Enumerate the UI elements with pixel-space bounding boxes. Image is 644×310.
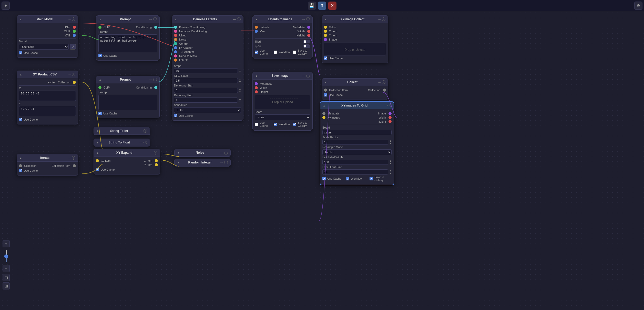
fp32-toggle[interactable] xyxy=(303,44,310,48)
dots-menu[interactable]: ··· xyxy=(233,17,236,21)
cfg-up[interactable]: ▲ xyxy=(239,78,241,81)
metadata-in-port[interactable] xyxy=(322,112,325,115)
collapse-icon[interactable]: ▲ xyxy=(19,73,22,76)
dns-down[interactable]: ▼ xyxy=(239,90,241,93)
dots-menu[interactable]: ··· xyxy=(150,151,153,155)
settings-button[interactable]: ⚙ xyxy=(634,2,642,10)
x-item-out[interactable] xyxy=(155,159,158,162)
pos-cond-port[interactable] xyxy=(174,26,177,29)
metadata-in-port[interactable] xyxy=(255,82,258,85)
cfg-down[interactable]: ▼ xyxy=(239,81,241,83)
info-icon[interactable]: i xyxy=(72,156,75,160)
noise-header[interactable]: ▼ Noise ··· i xyxy=(175,149,230,157)
workflow-canvas[interactable]: + 💾 ⬆ ✕ ⚙ xyxy=(0,0,644,310)
xy-expand-header[interactable]: ▲ XY Expand ··· i xyxy=(94,149,160,157)
clip-in-port[interactable] xyxy=(98,86,101,89)
use-cache-checkbox[interactable] xyxy=(322,177,326,180)
resample-mode-select[interactable]: bicubic xyxy=(322,149,392,155)
collapse-icon[interactable]: ▲ xyxy=(19,18,22,21)
collect-header[interactable]: ▲ Collect ··· i xyxy=(322,79,388,86)
info-icon[interactable]: i xyxy=(72,73,75,76)
y-input[interactable] xyxy=(19,106,76,116)
refresh-model-button[interactable]: ↺ xyxy=(70,44,76,50)
image-in-port[interactable] xyxy=(324,38,327,41)
use-cache-checkbox[interactable] xyxy=(174,114,177,117)
vae-in-port[interactable] xyxy=(255,30,258,33)
height-out-port[interactable] xyxy=(389,120,392,123)
dots-menu[interactable]: ··· xyxy=(378,80,381,84)
sf-down[interactable]: ▼ xyxy=(389,142,392,145)
scheduler-select[interactable]: Euler xyxy=(174,107,241,113)
dots-menu[interactable]: ··· xyxy=(68,17,71,21)
info-icon[interactable]: i xyxy=(144,141,147,144)
collapse-icon[interactable]: ▲ xyxy=(96,151,99,154)
iterate-header[interactable]: ▲ Iterate ··· i xyxy=(17,154,78,162)
collapse-icon[interactable]: ▲ xyxy=(324,18,327,21)
image-out-port[interactable] xyxy=(389,112,392,115)
random-integer-header[interactable]: ▼ Random Integer ··· i xyxy=(175,159,230,166)
drop-zone[interactable]: Drop or Upload xyxy=(324,43,386,55)
lfs-down[interactable]: ▼ xyxy=(389,172,392,175)
denoise-mask-port[interactable] xyxy=(174,54,177,57)
use-cache-checkbox[interactable] xyxy=(96,168,99,171)
collapse-icon[interactable]: ▼ xyxy=(177,161,180,164)
info-icon[interactable]: i xyxy=(306,74,310,78)
collection-item-out[interactable] xyxy=(73,164,76,167)
drop-zone[interactable]: Drop or Upload xyxy=(255,95,310,109)
clear-button[interactable]: ✕ xyxy=(328,2,336,10)
info-icon[interactable]: i xyxy=(153,78,157,81)
workflow-checkbox[interactable] xyxy=(274,123,277,126)
info-icon[interactable]: i xyxy=(153,17,157,21)
workflow-checkbox[interactable] xyxy=(274,51,277,54)
zoom-in-button[interactable]: + xyxy=(3,240,10,247)
dots-menu[interactable]: ··· xyxy=(139,140,142,144)
collapse-icon[interactable]: ▲ xyxy=(323,104,325,107)
latents-in-port[interactable] xyxy=(174,59,177,62)
clip-in-port[interactable] xyxy=(98,26,101,29)
collapse-icon[interactable]: ▼ xyxy=(177,151,180,154)
vae-port-out[interactable] xyxy=(73,34,76,37)
y-item-in-port[interactable] xyxy=(324,34,327,37)
steps-down[interactable]: ▼ xyxy=(239,71,241,73)
info-icon[interactable]: i xyxy=(72,17,75,21)
xy-collection-out[interactable] xyxy=(73,81,76,84)
llw-down[interactable]: ▼ xyxy=(389,162,392,165)
x-item-in-port[interactable] xyxy=(324,30,327,33)
left-label-width-input[interactable] xyxy=(322,160,388,165)
fit-button[interactable]: ⊡ xyxy=(3,274,10,281)
dots-menu[interactable]: ··· xyxy=(149,78,152,82)
dns-up[interactable]: ▲ xyxy=(239,88,241,90)
info-icon[interactable]: i xyxy=(154,151,157,154)
use-cache-checkbox[interactable] xyxy=(19,51,22,54)
dots-menu[interactable]: ··· xyxy=(139,129,142,133)
y-item-out[interactable] xyxy=(155,163,158,166)
conditioning-out-port[interactable] xyxy=(154,86,157,89)
workflow-checkbox[interactable] xyxy=(346,177,349,180)
info-icon[interactable]: i xyxy=(224,151,228,154)
save-gallery-checkbox[interactable] xyxy=(293,123,296,126)
conditioning-out-port[interactable] xyxy=(154,26,157,29)
xy-csv-header[interactable]: ▲ XY Product CSV ··· i xyxy=(17,71,78,78)
sf-up[interactable]: ▲ xyxy=(389,140,392,142)
export-button[interactable]: ⬆ xyxy=(318,2,326,10)
collapse-icon[interactable]: ▲ xyxy=(255,18,258,21)
collection-out-port[interactable] xyxy=(383,89,386,92)
add-node-button[interactable]: + xyxy=(2,2,10,10)
collection-in-port[interactable] xyxy=(19,164,22,167)
model-select[interactable]: SkunkMix xyxy=(19,44,69,50)
info-icon[interactable]: i xyxy=(224,161,228,164)
save-button[interactable]: 💾 xyxy=(308,2,316,10)
string-to-float-header[interactable]: ▼ String To Float ··· i xyxy=(94,139,150,146)
noise-port[interactable] xyxy=(174,38,177,41)
label-font-size-input[interactable] xyxy=(322,169,388,175)
x-input[interactable] xyxy=(19,91,76,101)
board-input[interactable] xyxy=(322,130,392,135)
dots-menu[interactable]: ··· xyxy=(220,151,223,155)
value-in-port[interactable] xyxy=(324,26,327,29)
dots-menu[interactable]: ··· xyxy=(220,160,223,164)
width-out-port[interactable] xyxy=(389,116,392,119)
height-in-port[interactable] xyxy=(255,90,258,93)
collapse-icon[interactable]: ▲ xyxy=(175,18,177,21)
denoise-header[interactable]: ▲ Denoise Latents ··· i xyxy=(172,16,243,23)
board-select[interactable]: None xyxy=(255,114,310,120)
